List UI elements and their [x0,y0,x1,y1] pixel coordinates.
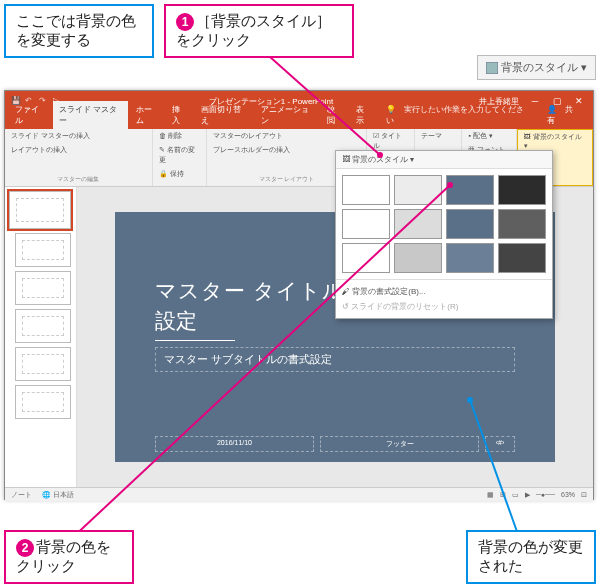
master-subtitle[interactable]: マスター サブタイトルの書式設定 [155,347,515,372]
style-swatch[interactable] [394,175,442,205]
insert-placeholder-button[interactable]: プレースホルダーの挿入 [213,145,290,155]
start-icon[interactable]: ▷ [53,96,63,106]
layout-thumbnail[interactable] [15,309,71,343]
annotation-step1: 1［背景のスタイル］をクリック [164,4,354,58]
title-underline [155,340,235,341]
view-reading-icon[interactable]: ▭ [512,491,519,499]
paint-icon [486,62,498,74]
view-sorter-icon[interactable]: ⊞ [500,491,506,499]
view-slideshow-icon[interactable]: ▶ [525,491,530,499]
thumbnail-pane[interactable] [5,187,77,487]
share-button[interactable]: 👤 共有 [539,101,593,129]
ribbon-group-edit-master: スライド マスターの挿入 レイアウトの挿入 マスターの編集 [5,129,153,186]
insert-layout-button[interactable]: レイアウトの挿入 [11,145,67,155]
rename-button[interactable]: 🗑 削除 [159,131,201,141]
redo-icon[interactable]: ↷ [39,96,49,106]
layout-thumbnail[interactable] [15,347,71,381]
colors-button[interactable]: ▪ 配色 ▾ [468,131,510,141]
chevron-down-icon: ▾ [581,61,587,73]
quick-access-toolbar: 💾 ↶ ↷ ▷ [5,96,63,106]
master-thumbnail[interactable] [9,191,71,229]
style-swatch[interactable] [498,243,546,273]
tab-slide-master[interactable]: スライド マスター [53,101,127,129]
style-swatch[interactable] [498,175,546,205]
fit-button[interactable]: ⊡ [581,491,587,499]
style-swatch[interactable] [446,175,494,205]
notes-button[interactable]: ノート [11,490,32,500]
tab-animation[interactable]: アニメーション [255,101,320,129]
insert-slide-master-button[interactable]: スライド マスターの挿入 [11,131,90,141]
themes-button[interactable]: テーマ [421,131,442,141]
layout-thumbnail[interactable] [15,271,71,305]
ribbon-group-2: 🗑 削除✎ 名前の変更🔒 保持 [153,129,208,186]
svg-rect-0 [486,62,498,74]
footer-placeholders: 2016/11/10 フッター ‹#› [155,436,515,452]
style-swatch[interactable] [342,243,390,273]
annotation-step2: 2背景の色をクリック [4,530,134,584]
style-swatch[interactable] [446,209,494,239]
master-title-2[interactable]: 設定 [155,307,197,335]
view-normal-icon[interactable]: ▦ [487,491,494,499]
dropdown-header: 🖼 背景のスタイル ▾ [336,151,552,169]
background-style-button-external[interactable]: 背景のスタイル ▾ [477,55,596,80]
tab-home[interactable]: ホーム [130,101,165,129]
title-checkbox[interactable]: ☑ タイトル [373,131,408,151]
style-swatch[interactable] [394,209,442,239]
reset-background-item[interactable]: ↺ スライドの背景のリセット(R) [342,299,546,314]
background-style-dropdown: 🖼 背景のスタイル ▾ 🖌 背景の書式設定(B)... ↺ スライドの背景のリセ… [335,150,553,319]
save-icon[interactable]: 💾 [11,96,21,106]
layout-thumbnail[interactable] [15,385,71,419]
format-background-item[interactable]: 🖌 背景の書式設定(B)... [342,284,546,299]
preserve-button[interactable]: 🔒 保持 [159,169,201,179]
language-indicator[interactable]: 🌐 日本語 [42,490,74,500]
style-swatch[interactable] [446,243,494,273]
layout-thumbnail[interactable] [15,233,71,267]
undo-icon[interactable]: ↶ [25,96,35,106]
tab-insert[interactable]: 挿入 [166,101,193,129]
annotation-result: 背景の色が変更された [466,530,596,584]
style-swatch[interactable] [342,209,390,239]
status-bar: ノート 🌐 日本語 ▦ ⊞ ▭ ▶ ─●── 63% ⊡ [5,487,593,501]
zoom-slider[interactable]: ─●── [536,491,555,498]
rename-button[interactable]: ✎ 名前の変更 [159,145,201,165]
dropdown-footer: 🖌 背景の書式設定(B)... ↺ スライドの背景のリセット(R) [336,279,552,318]
annotation-note: ここでは背景の色を変更する [4,4,154,58]
style-swatch[interactable] [342,175,390,205]
footer-placeholder[interactable]: フッター [320,436,479,452]
bg-styles-dropdown-button[interactable]: 🖼 背景のスタイル ▾ [524,132,586,150]
tab-review[interactable]: 校閲 [321,101,348,129]
background-style-label: 背景のスタイル [501,61,578,73]
pagenum-placeholder[interactable]: ‹#› [485,436,515,452]
style-swatch-grid [336,169,552,279]
ribbon-tabs: ファイル スライド マスター ホーム 挿入 画面切り替え アニメーション 校閲 … [5,111,593,129]
master-layout-button[interactable]: マスターのレイアウト [213,131,283,141]
tab-transition[interactable]: 画面切り替え [195,101,252,129]
style-swatch[interactable] [394,243,442,273]
date-placeholder[interactable]: 2016/11/10 [155,436,314,452]
tab-view[interactable]: 表示 [350,101,377,129]
tell-me[interactable]: 💡 実行したい作業を入力してください [380,101,538,129]
group-label: マスターの編集 [11,175,146,184]
style-swatch[interactable] [498,209,546,239]
zoom-level[interactable]: 63% [561,491,575,498]
